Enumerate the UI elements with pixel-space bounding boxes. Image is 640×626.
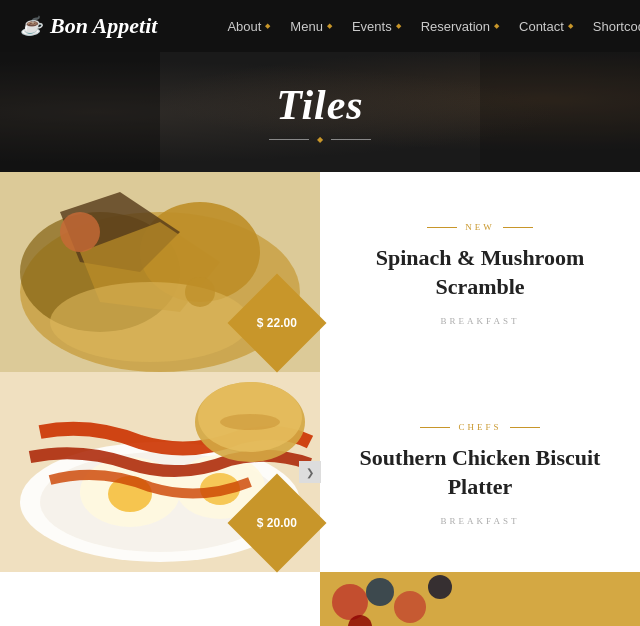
price-text-3: $ 20.00	[257, 516, 297, 530]
page-title: Tiles	[276, 81, 363, 129]
main-nav: About ◆ Menu ◆ Events ◆ Reservation ◆ Co…	[217, 19, 640, 34]
tile-3-food-image: $ 20.00 ❯	[0, 372, 320, 572]
tile-2-spinach: NEW Spinach & Mushroom Scramble BREAKFAS…	[320, 172, 640, 372]
hero-banner: Tiles ◆	[0, 52, 640, 172]
badge-label-4: CHEFS	[458, 422, 501, 432]
tile-5-wildberry: ◆ Wildberry (No sugar) DESSERTS $ 13.00	[0, 572, 320, 626]
nav-contact[interactable]: Contact ◆	[509, 19, 583, 34]
badge-line-left-4	[420, 427, 450, 428]
nav-shortcodes-label: Shortcodes	[593, 19, 640, 34]
divider-line-right	[331, 139, 371, 140]
nav-reservation[interactable]: Reservation ◆	[411, 19, 509, 34]
logo-text: Bon Appetit	[50, 13, 157, 39]
nav-about-label: About	[227, 19, 261, 34]
logo-icon: ☕	[20, 15, 42, 37]
tile-4-badge: CHEFS	[420, 422, 539, 432]
badge-line-right	[503, 227, 533, 228]
svg-point-22	[366, 578, 394, 606]
nav-diamond-2: ◆	[327, 22, 332, 30]
badge-line-left	[427, 227, 457, 228]
nav-reservation-label: Reservation	[421, 19, 490, 34]
badge-line-right-4	[510, 427, 540, 428]
arrow-icon: ❯	[306, 467, 314, 478]
nav-shortcodes[interactable]: Shortcodes	[583, 19, 640, 34]
nav-events-label: Events	[352, 19, 392, 34]
tile-4-name: Southern Chicken Biscuit Platter	[348, 444, 612, 501]
tile-2-category: BREAKFAST	[441, 316, 520, 326]
divider-line-left	[269, 139, 309, 140]
nav-diamond-4: ◆	[494, 22, 499, 30]
svg-point-21	[332, 584, 368, 620]
tile-4-category: BREAKFAST	[441, 516, 520, 526]
logo[interactable]: ☕ Bon Appetit	[20, 13, 157, 39]
tiles-row-2: ◆ Wildberry (No sugar) DESSERTS $ 13.00	[0, 572, 640, 626]
tile-4-southern: CHEFS Southern Chicken Biscuit Platter B…	[320, 372, 640, 572]
nav-diamond-1: ◆	[265, 22, 270, 30]
divider-diamond: ◆	[317, 135, 323, 144]
nav-about[interactable]: About ◆	[217, 19, 280, 34]
nav-menu-label: Menu	[290, 19, 323, 34]
svg-point-24	[428, 575, 452, 599]
tile-arrow[interactable]: ❯	[299, 461, 321, 483]
nav-diamond-3: ◆	[396, 22, 401, 30]
tile-2-name: Spinach & Mushroom Scramble	[348, 244, 612, 301]
svg-point-23	[394, 591, 426, 623]
tile-2-badge: NEW	[427, 222, 533, 232]
tile-6-pie-image	[320, 572, 640, 626]
nav-menu[interactable]: Menu ◆	[280, 19, 342, 34]
nav-events[interactable]: Events ◆	[342, 19, 411, 34]
nav-contact-label: Contact	[519, 19, 564, 34]
header: ☕ Bon Appetit About ◆ Menu ◆ Events ◆ Re…	[0, 0, 640, 52]
price-text-1: $ 22.00	[257, 316, 297, 330]
svg-point-19	[220, 414, 280, 430]
tile-1-food-image: $ 22.00	[0, 172, 320, 372]
nav-diamond-5: ◆	[568, 22, 573, 30]
hero-divider: ◆	[269, 135, 371, 144]
tiles-row-1: $ 22.00 NEW Spinach & Mushroom Scramble …	[0, 172, 640, 572]
badge-label-2: NEW	[465, 222, 495, 232]
